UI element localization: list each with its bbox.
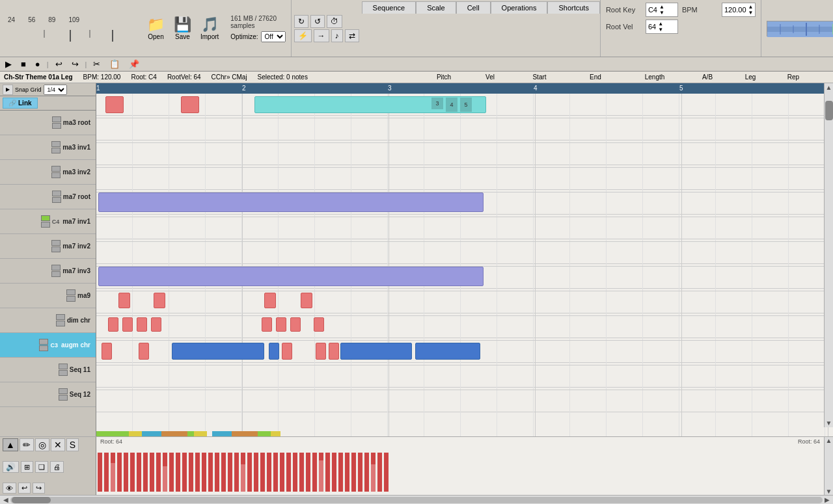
svg-rect-28 <box>371 464 376 492</box>
track-label-6[interactable]: ma7 inv3 <box>0 259 96 284</box>
root-vel-value[interactable]: 64 ▲▼ <box>646 20 678 34</box>
marker-4: 4 <box>446 98 457 112</box>
stop-button[interactable]: ■ <box>18 59 29 70</box>
track-label-2[interactable]: ma3 inv2 <box>0 160 96 185</box>
note-block[interactable] <box>340 343 412 360</box>
cut-button[interactable]: ✂ <box>90 59 103 70</box>
tab-operations[interactable]: Operations <box>491 1 548 14</box>
transport-btn-3[interactable]: ⏱ <box>327 15 342 28</box>
note-block[interactable] <box>301 293 312 308</box>
track-label-4[interactable]: C4 ma7 inv1 <box>0 209 96 234</box>
snap-play-button[interactable]: ▶ <box>3 85 13 95</box>
record-button[interactable]: ● <box>33 59 43 70</box>
track-label-5[interactable]: ma7 inv2 <box>0 234 96 259</box>
track-label-3[interactable]: ma7 root <box>0 185 96 209</box>
undo-small-btn[interactable]: ↩ <box>18 483 31 494</box>
horizontal-scrollbar-thumb[interactable] <box>12 497 51 503</box>
scroll-bottom-arrow[interactable]: ▼ <box>826 488 832 495</box>
track-label-8[interactable]: dim chr <box>0 308 96 333</box>
bpm-value[interactable]: 120.00 ▲▼ <box>722 3 756 17</box>
play-button[interactable]: ▶ <box>3 59 14 70</box>
note-block[interactable] <box>108 317 118 332</box>
track-label-1[interactable]: ma3 inv1 <box>0 135 96 160</box>
tab-sequence[interactable]: Sequence <box>362 1 416 14</box>
note-block[interactable] <box>264 293 276 308</box>
tab-shortcuts[interactable]: Shortcuts <box>547 1 599 14</box>
open-button[interactable]: 📁 Open <box>143 14 169 43</box>
note-block[interactable] <box>276 317 286 332</box>
import-button[interactable]: 🎵 Import <box>197 14 223 43</box>
bottom-scrollbar[interactable]: ◀ ▶ <box>0 495 833 504</box>
redo-small-btn[interactable]: ↪ <box>33 483 45 494</box>
transport-btn-2[interactable]: ↺ <box>310 15 325 28</box>
note-block[interactable] <box>415 343 480 360</box>
paste-button[interactable]: 📌 <box>126 59 142 70</box>
root-vel-label: Root Vel <box>606 23 642 31</box>
note-block[interactable] <box>282 343 292 360</box>
grid-area[interactable]: 3 4 5 <box>96 94 833 436</box>
transport-btn-5[interactable]: → <box>314 29 329 42</box>
scroll-thumb[interactable] <box>825 101 833 120</box>
info-cchr: CChr» CMaj <box>212 73 247 81</box>
grid-btn[interactable]: ⊞ <box>21 461 33 473</box>
eye-btn[interactable]: 👁 <box>3 483 16 494</box>
tab-cell[interactable]: Cell <box>456 1 491 14</box>
undo-button[interactable]: ↩ <box>53 59 65 70</box>
note-block[interactable] <box>316 343 326 360</box>
note-block[interactable] <box>262 317 272 332</box>
svg-rect-22 <box>215 462 219 492</box>
scroll-top-arrow[interactable]: ▲ <box>826 437 832 444</box>
note-block[interactable] <box>151 317 161 332</box>
print-btn[interactable]: 🖨 <box>50 461 64 473</box>
note-block[interactable] <box>290 317 301 332</box>
speaker-btn[interactable]: 🔊 <box>3 461 19 473</box>
note-block[interactable] <box>314 317 324 332</box>
note-block[interactable] <box>329 343 339 360</box>
scroll-up-arrow[interactable]: ▲ <box>825 83 833 92</box>
snap-grid-select[interactable]: 1/4 <box>44 85 67 95</box>
scroll-right-arrow[interactable]: ▶ <box>823 496 832 503</box>
note-block[interactable] <box>181 96 199 113</box>
transport-btn-7[interactable]: ⇄ <box>345 29 359 42</box>
transport-btn-6[interactable]: ♪ <box>331 29 343 42</box>
copy-button[interactable]: 📋 <box>107 59 122 70</box>
select-tool-btn[interactable]: ▲ <box>3 438 18 451</box>
note-block[interactable] <box>118 293 130 308</box>
track-label-9[interactable]: C3 augm chr <box>0 333 96 358</box>
track-title: Ch-Str Theme 01a Leg <box>4 73 73 81</box>
note-block[interactable] <box>98 192 484 212</box>
vertical-scrollbar[interactable]: ▲ ▼ <box>824 83 833 427</box>
redo-button[interactable]: ↪ <box>69 59 81 70</box>
pencil-tool-btn[interactable]: ✏ <box>20 438 34 451</box>
scroll-left-arrow[interactable]: ◀ <box>1 496 10 503</box>
note-block[interactable] <box>122 317 133 332</box>
root-key-value[interactable]: C4 ▲▼ <box>646 3 678 17</box>
transport-btn-4[interactable]: ⚡ <box>294 29 312 42</box>
s-tool-btn[interactable]: S <box>66 438 79 451</box>
note-block[interactable] <box>98 267 484 286</box>
link-button[interactable]: 🔗 Link <box>3 98 38 109</box>
bpm-label: BPM <box>682 6 718 14</box>
save-button[interactable]: 💾 Save <box>170 14 195 43</box>
transport-btn-1[interactable]: ↻ <box>294 15 308 28</box>
note-block[interactable] <box>172 343 264 360</box>
note-block[interactable] <box>154 293 165 308</box>
horizontal-scrollbar-track[interactable] <box>10 497 823 503</box>
note-block[interactable] <box>139 343 149 360</box>
tab-scale[interactable]: Scale <box>416 1 456 14</box>
note-block[interactable] <box>102 343 112 360</box>
layers-btn[interactable]: ❏ <box>35 461 48 473</box>
eraser-tool-btn[interactable]: ◎ <box>35 438 49 451</box>
scroll-down-arrow[interactable]: ▼ <box>825 419 833 427</box>
track-label-7[interactable]: ma9 <box>0 284 96 308</box>
optimize-select[interactable]: Off <box>261 31 286 42</box>
svg-rect-19 <box>137 460 141 492</box>
note-block[interactable] <box>105 96 124 113</box>
note-block[interactable] <box>269 343 279 360</box>
track-label-10[interactable]: Seq 11 <box>0 358 96 382</box>
right-scroll-panel: ▲ ▼ <box>824 437 833 495</box>
track-label-0[interactable]: ma3 root <box>0 111 96 135</box>
track-label-11[interactable]: Seq 12 <box>0 382 96 407</box>
note-block[interactable] <box>137 317 147 332</box>
delete-tool-btn[interactable]: ✕ <box>51 438 65 451</box>
